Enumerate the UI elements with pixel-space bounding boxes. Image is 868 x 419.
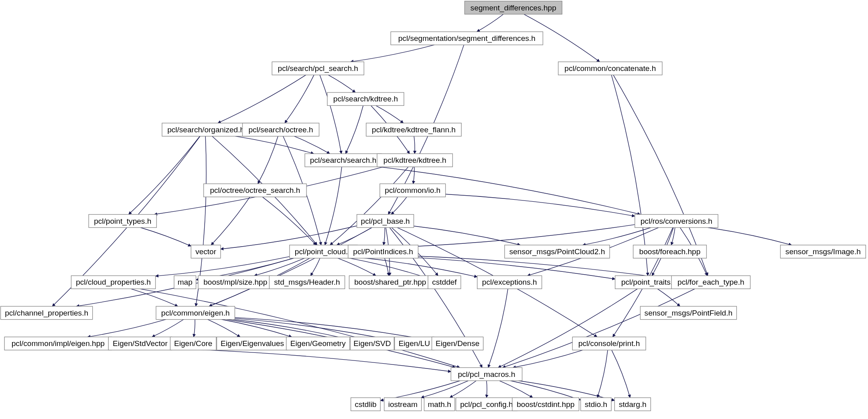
edge-cprint-stdio [597,350,608,398]
node-pcloud[interactable]: pcl/point_cloud.h [290,245,357,258]
node-label: pcl/search/octree.h [248,125,313,134]
node-label: boost/shared_ptr.hpp [354,278,426,287]
node-kdkd[interactable]: pcl/kdtree/kdtree.h [377,154,452,167]
edge-plsearch-organized [218,75,306,123]
node-cprint[interactable]: pcl/console/print.h [572,337,646,350]
edge-octree-octsearch [258,136,278,184]
edge-io-pclbase [391,197,407,215]
node-kdflann[interactable]: pcl/kdtree/kdtree_flann.h [366,123,461,136]
node-chanprop[interactable]: pcl/channel_properties.h [1,306,93,320]
edge-pclbase-smpc2 [414,226,521,245]
node-stdmsgs[interactable]: std_msgs/Header.h [269,276,345,289]
node-label: std_msgs/Header.h [274,278,340,287]
node-segdiff[interactable]: pcl/segmentation/segment_differences.h [391,32,543,45]
node-label: Eigen/Dense [436,339,479,348]
node-stdarg[interactable]: stdarg.h [614,398,651,411]
node-foreach[interactable]: pcl/for_each_type.h [671,276,750,289]
node-conv[interactable]: pcl/ros/conversions.h [635,215,718,228]
edge-ptypes-vector [140,228,191,246]
node-label: pcl/channel_properties.h [5,309,88,318]
node-label: pcl/point_types.h [94,217,151,226]
node-label: math.h [428,400,451,409]
edge-kdkd-io [413,167,414,184]
node-bforeach[interactable]: boost/foreach.hpp [633,245,707,258]
node-label: Eigen/SVD [353,339,391,348]
node-label: pcl/console/print.h [578,339,640,348]
node-label: pcl/search/kdtree.h [333,95,398,103]
edge-pcloud-stdmsgs [310,258,320,276]
edge-kdkd-pcloud [330,167,408,245]
node-label: pcl/segmentation/segment_differences.h [398,34,535,43]
node-label: Eigen/Core [174,339,212,348]
edge-io-conv [446,194,635,216]
edge-pcloud-exc [357,257,477,277]
edge-plsearch-octree [285,75,314,123]
node-label: pcl/point_cloud.h [295,247,352,256]
node-cloudprop[interactable]: pcl/cloud_properties.h [71,276,156,289]
node-EStdVec[interactable]: Eigen/StdVector [108,337,172,350]
node-label: cstddef [432,278,457,286]
node-label: pcl/common/io.h [385,186,440,194]
node-vector[interactable]: vector [191,245,221,258]
node-label: stdarg.h [619,400,647,409]
node-label: Eigen/Geometry [290,339,346,348]
node-macros[interactable]: pcl/pcl_macros.h [451,368,522,381]
node-kdtree[interactable]: pcl/search/kdtree.h [327,93,404,106]
node-root[interactable]: segment_differences.hpp [464,1,562,14]
node-pclbase[interactable]: pcl/pcl_base.h [357,215,414,228]
node-label: pcl/search/search.h [310,156,376,164]
node-label: sensor_msgs/PointField.h [645,309,733,318]
edge-conv-smimg [708,228,792,245]
node-smpc2[interactable]: sensor_msgs/PointCloud2.h [505,245,610,258]
node-label: sensor_msgs/Image.h [785,247,861,256]
node-cstdlib[interactable]: cstdlib [351,398,381,411]
edge-kdflann-kdkd [414,136,415,154]
node-exc[interactable]: pcl/exceptions.h [477,276,542,289]
node-io[interactable]: pcl/common/io.h [380,184,446,197]
node-iostream[interactable]: iostream [384,398,422,411]
node-plsearch[interactable]: pcl/search/pcl_search.h [272,62,364,75]
edge-macros-iostream [421,381,468,398]
node-map[interactable]: map [174,276,196,289]
node-label: pcl/common/impl/eigen.hpp [12,339,105,348]
node-EEigv[interactable]: Eigen/Eigenvalues [217,337,288,350]
node-EDense[interactable]: Eigen/Dense [432,337,483,350]
node-label: pcl/search/organized.h [167,125,244,134]
node-octree[interactable]: pcl/search/octree.h [243,123,319,136]
node-label: cstdlib [355,400,376,409]
node-label: pcl/ros/conversions.h [641,217,712,225]
dependency-graph: segment_differences.hpppcl/segmentation/… [0,0,868,419]
edge-eigen-ECore [194,320,195,337]
node-smimg[interactable]: sensor_msgs/Image.h [781,245,866,258]
node-ptypes[interactable]: pcl/point_types.h [89,215,156,228]
edge-pcloud-bshared [338,258,376,276]
edge-eimpl-macros [112,347,451,371]
node-math[interactable]: math.h [424,398,454,411]
node-eigen[interactable]: pcl/common/eigen.h [156,306,235,320]
node-cstddef[interactable]: cstddef [428,276,461,289]
node-eimpl[interactable]: pcl/common/impl/eigen.hpp [4,337,112,350]
node-label: pcl/for_each_type.h [677,278,744,287]
node-ESVD[interactable]: Eigen/SVD [350,337,394,350]
node-bshared[interactable]: boost/shared_ptr.hpp [349,276,432,289]
node-stdio[interactable]: stdio.h [581,398,611,411]
node-pindices[interactable]: pcl/PointIndices.h [348,245,418,258]
node-smpf[interactable]: sensor_msgs/PointField.h [640,306,736,320]
node-organized[interactable]: pcl/search/organized.h [162,123,249,136]
node-ECore[interactable]: Eigen/Core [170,337,216,350]
node-label: vector [195,247,217,256]
node-mplsize[interactable]: boost/mpl/size.hpp [198,276,273,289]
node-octsearch[interactable]: pcl/octree/octree_search.h [204,184,306,197]
node-label: boost/mpl/size.hpp [203,278,267,286]
node-ELU[interactable]: Eigen/LU [395,337,434,350]
edge-root-segdiff [477,14,503,32]
node-search[interactable]: pcl/search/search.h [305,154,381,167]
edge-octsearch-pcloud [262,197,316,245]
edge-foreach-macros [503,289,695,367]
node-EGeom[interactable]: Eigen/Geometry [286,337,350,350]
node-bcstdint[interactable]: boost/cstdint.hpp [512,398,579,411]
node-label: iostream [388,400,418,409]
node-pclcfg[interactable]: pcl/pcl_config.h [456,398,517,411]
node-label: segment_differences.hpp [471,4,556,12]
node-concat[interactable]: pcl/common/concatenate.h [558,62,662,75]
